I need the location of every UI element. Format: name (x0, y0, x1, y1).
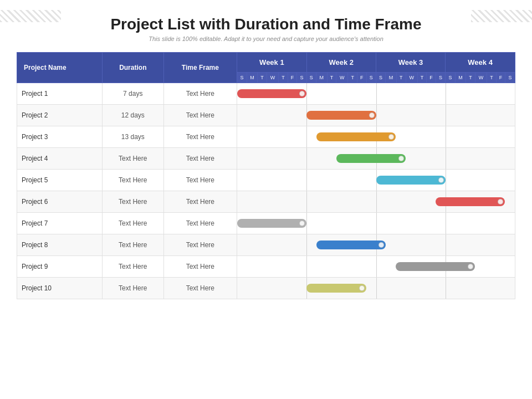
project-timeframe-4: Text Here (163, 170, 237, 191)
gantt-table: Project Name Duration Time Frame Week 1 … (17, 52, 515, 299)
project-duration-0: 7 days (103, 83, 163, 105)
gantt-bar-cell-8 (237, 256, 515, 278)
gantt-bar-cell-4 (237, 170, 515, 191)
table-row: Project 17 daysText Here (17, 83, 515, 105)
gantt-bar-dot-4 (438, 177, 444, 183)
page-subtitle: This slide is 100% editable. Adapt it to… (17, 35, 515, 42)
day-header-26: F (496, 73, 505, 83)
project-timeframe-7: Text Here (163, 234, 237, 256)
day-header-1: M (247, 73, 258, 83)
day-header-11: T (348, 73, 357, 83)
day-header-15: M (386, 73, 397, 83)
day-header-22: M (455, 73, 466, 83)
project-timeframe-5: Text Here (163, 191, 237, 213)
project-rows: Project 17 daysText HereProject 212 days… (17, 83, 515, 299)
day-header-0: S (237, 73, 247, 83)
project-duration-7: Text Here (103, 234, 163, 256)
table-row: Project 6Text HereText Here (17, 191, 515, 213)
col-duration: Duration (103, 53, 163, 83)
day-header-17: W (406, 73, 417, 83)
project-duration-9: Text Here (103, 278, 163, 299)
day-header-14: S (376, 73, 385, 83)
project-duration-3: Text Here (103, 148, 163, 170)
gantt-bar-cell-3 (237, 148, 515, 170)
table-row: Project 5Text HereText Here (17, 170, 515, 191)
table-row: Project 212 daysText Here (17, 105, 515, 126)
gantt-bar-0 (237, 89, 306, 98)
project-timeframe-1: Text Here (163, 105, 237, 126)
decoration-left (0, 10, 61, 22)
gantt-bar-2 (316, 132, 396, 141)
gantt-bar-dot-0 (299, 91, 305, 96)
table-row: Project 7Text HereText Here (17, 213, 515, 234)
gantt-bar-4 (376, 176, 446, 185)
day-header-10: W (336, 73, 348, 83)
project-timeframe-0: Text Here (163, 83, 237, 105)
gantt-bar-dot-5 (498, 199, 503, 204)
table-row: Project 9Text HereText Here (17, 256, 515, 278)
project-duration-2: 13 days (103, 126, 163, 148)
table-row: Project 313 daysText Here (17, 126, 515, 148)
header-week2: Week 2 (306, 53, 376, 73)
project-duration-5: Text Here (103, 191, 163, 213)
project-name-5: Project 6 (17, 191, 103, 213)
day-header-25: T (487, 73, 497, 83)
project-duration-4: Text Here (103, 170, 163, 191)
day-header-4: T (279, 73, 288, 83)
project-timeframe-9: Text Here (163, 278, 237, 299)
project-duration-1: 12 days (103, 105, 163, 126)
decoration-right (471, 10, 532, 22)
gantt-bar-6 (237, 219, 306, 228)
project-name-1: Project 2 (17, 105, 103, 126)
gantt-bar-dot-7 (378, 242, 384, 248)
gantt-bar-8 (396, 262, 475, 271)
header-week1: Week 1 (237, 53, 306, 73)
col-project-name: Project Name (17, 53, 103, 83)
project-name-9: Project 10 (17, 278, 103, 299)
day-header-5: F (288, 73, 297, 83)
gantt-bar-cell-1 (237, 105, 515, 126)
project-name-2: Project 3 (17, 126, 103, 148)
col-timeframe: Time Frame (163, 53, 237, 83)
project-name-8: Project 9 (17, 256, 103, 278)
gantt-bar-cell-5 (237, 191, 515, 213)
day-header-6: S (297, 73, 306, 83)
gantt-bar-cell-2 (237, 126, 515, 148)
day-header-9: T (327, 73, 336, 83)
header-week3: Week 3 (376, 53, 445, 73)
day-header-23: T (466, 73, 475, 83)
day-header-2: T (258, 73, 267, 83)
table-row: Project 4Text HereText Here (17, 148, 515, 170)
gantt-bar-dot-8 (468, 264, 473, 269)
project-name-7: Project 8 (17, 234, 103, 256)
gantt-bar-3 (336, 154, 406, 163)
gantt-bar-dot-1 (369, 112, 375, 118)
gantt-bar-1 (306, 111, 376, 120)
day-header-27: S (505, 73, 515, 83)
gantt-bar-9 (306, 284, 366, 293)
day-header-12: F (357, 73, 367, 83)
table-row: Project 8Text HereText Here (17, 234, 515, 256)
gantt-bar-cell-6 (237, 213, 515, 234)
day-header-21: S (446, 73, 455, 83)
project-name-3: Project 4 (17, 148, 103, 170)
project-timeframe-6: Text Here (163, 213, 237, 234)
project-duration-8: Text Here (103, 256, 163, 278)
day-header-19: F (427, 73, 436, 83)
day-header-24: W (475, 73, 487, 83)
gantt-bar-cell-7 (237, 234, 515, 256)
project-name-4: Project 5 (17, 170, 103, 191)
day-header-18: T (417, 73, 427, 83)
day-header-7: S (306, 73, 316, 83)
page-title: Project List with Duration and Time Fram… (17, 16, 515, 33)
gantt-bar-dot-6 (299, 221, 305, 226)
project-timeframe-8: Text Here (163, 256, 237, 278)
gantt-bar-dot-9 (359, 285, 365, 291)
gantt-bar-5 (436, 197, 505, 206)
project-timeframe-2: Text Here (163, 126, 237, 148)
gantt-bar-cell-9 (237, 278, 515, 299)
table-row: Project 10Text HereText Here (17, 278, 515, 299)
gantt-bar-dot-3 (398, 156, 404, 161)
gantt-bar-cell-0 (237, 83, 515, 105)
project-name-6: Project 7 (17, 213, 103, 234)
